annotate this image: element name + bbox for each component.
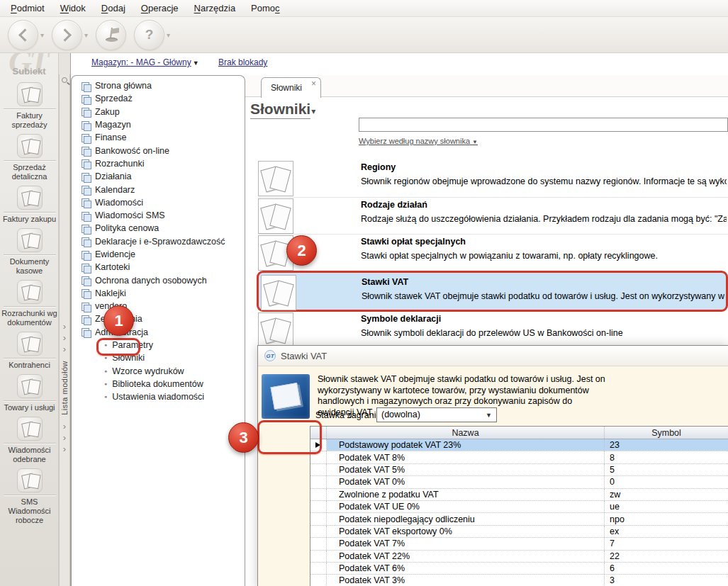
tab-slowniki[interactable]: Słowniki × xyxy=(261,77,321,98)
dictionary-item[interactable]: Symbole deklaracji Słownik symboli dekla… xyxy=(258,312,728,349)
module-item[interactable]: Faktury zakupu xyxy=(0,184,59,224)
forward-arrow-icon xyxy=(59,28,72,41)
catalogs-icon xyxy=(81,263,91,272)
module-item[interactable]: Dokumenty kasowe xyxy=(0,226,59,276)
menu-item[interactable]: Operacje xyxy=(133,1,186,16)
module-separator xyxy=(4,400,56,402)
gt-logo-icon: GT xyxy=(264,350,276,361)
tree-item[interactable]: vendero xyxy=(72,300,245,312)
menu-item[interactable]: Podmiot xyxy=(3,1,52,16)
table-row[interactable]: Podatek VAT 5% 5 xyxy=(310,464,728,476)
page-title[interactable]: Słowniki xyxy=(250,101,310,119)
table-row[interactable]: Podatek VAT 8% 8 xyxy=(310,451,728,463)
lock-status-link[interactable]: Brak blokady xyxy=(218,57,267,67)
chevron-right-icon[interactable]: › xyxy=(63,421,66,432)
table-row[interactable]: Podatek VAT UE 0% ue xyxy=(310,501,728,513)
app-name-label: Subiekt xyxy=(0,66,58,77)
module-item[interactable]: Towary i usługi xyxy=(0,372,59,412)
table-row[interactable]: Podatek VAT 22% 22 xyxy=(310,551,728,563)
tree-item[interactable]: Magazyn xyxy=(72,118,245,131)
tree-item[interactable]: Rozrachunki xyxy=(72,157,245,170)
retail-sales-icon xyxy=(17,134,43,158)
pin-panel-icon[interactable] xyxy=(62,77,67,83)
tree-item[interactable]: Ewidencje xyxy=(72,248,245,261)
modules-sidebar: GT Subiekt Faktury sprzedaży Sprzedaż de… xyxy=(0,53,59,586)
module-item[interactable]: SMS Wiadomości robocze xyxy=(0,466,59,525)
tree-item[interactable]: Działania xyxy=(72,170,245,183)
dictionary-item[interactable]: Regiony Słownik regionów obejmuje wprowa… xyxy=(258,160,728,197)
menu-item[interactable]: Pomoc xyxy=(243,1,287,16)
chevron-down-icon[interactable]: ▾ xyxy=(40,31,44,39)
chevron-down-icon[interactable]: ▾ xyxy=(84,31,88,39)
title-dropdown-caret-icon[interactable]: ▾ xyxy=(311,106,315,116)
tree-item[interactable]: Ochrona danych osobowych xyxy=(72,274,245,286)
table-row[interactable]: Podatek niepodlegający odliczeniu npo xyxy=(310,513,728,525)
table-row[interactable]: Podatek VAT 6% 6 xyxy=(310,563,728,575)
module-separator xyxy=(4,443,56,444)
menu-item[interactable]: Widok xyxy=(52,1,94,16)
tree-item[interactable]: Kalendarz xyxy=(72,183,245,196)
tree-item[interactable]: Polityka cenowa xyxy=(72,222,245,235)
foreign-rate-select[interactable]: (dowolna) ▼ xyxy=(376,407,497,422)
tree-item[interactable]: Ustawienia wiadomości xyxy=(72,390,245,403)
table-row[interactable]: Zwolnione z podatku VAT zw xyxy=(310,489,728,501)
navigate-back-button[interactable] xyxy=(8,20,38,50)
filter-by-name-link[interactable]: Wybierz według nazwy słownika ▼ xyxy=(359,137,478,145)
table-row[interactable]: Podatek VAT 3% 3 xyxy=(310,575,728,586)
tree-item[interactable]: Bankowość on-line xyxy=(72,144,245,157)
tree-item[interactable]: Zakup xyxy=(72,106,245,118)
tree-item[interactable]: Finanse xyxy=(72,131,245,144)
tree-item[interactable]: Deklaracje i e-Sprawozdawczość xyxy=(72,235,245,248)
module-list-strip[interactable]: › › › Lista modułów › › › xyxy=(59,74,70,586)
module-item[interactable]: Rozrachunki wg dokumentów xyxy=(0,278,59,327)
navigate-forward-button[interactable] xyxy=(52,20,82,50)
help-button[interactable]: ? xyxy=(134,20,164,50)
chevron-right-icon[interactable]: › xyxy=(63,321,66,332)
dictionary-item[interactable]: Stawki opłat specjalnych Stawki opłat sp… xyxy=(258,234,728,271)
flag-button[interactable] xyxy=(96,20,126,50)
module-item[interactable]: Faktury sprzedaży xyxy=(0,80,59,130)
table-row[interactable]: Podstawowy podatek VAT 23% 23 xyxy=(310,439,728,451)
tree-item[interactable]: Wiadomości xyxy=(72,196,245,209)
tree-item[interactable]: Wiadomości SMS xyxy=(72,209,245,222)
dictionary-search-input[interactable] xyxy=(359,118,728,132)
vat-dictionary-icon xyxy=(262,374,310,419)
module-separator xyxy=(4,160,56,162)
column-header-nazwa[interactable]: Nazwa xyxy=(327,427,605,439)
module-item[interactable]: Kontrahenci xyxy=(0,329,59,370)
tree-item[interactable]: Zestawienia xyxy=(72,312,245,325)
tree-item[interactable]: Wzorce wydruków xyxy=(72,365,245,378)
menu-bar: PodmiotWidokDodajOperacjeNarzędziaPomoc xyxy=(0,0,728,17)
table-row[interactable]: Podatek VAT eksportowy 0% ex xyxy=(310,526,728,538)
tree-item[interactable]: Kartoteki xyxy=(72,261,245,274)
row-marker-cell xyxy=(310,526,327,537)
table-row[interactable]: Podatek VAT 0% 0 xyxy=(310,476,728,488)
chevron-right-icon[interactable]: › xyxy=(63,344,66,355)
reports-icon xyxy=(81,315,91,324)
tree-item[interactable]: Administracja xyxy=(72,326,245,339)
vat-rates-table: Nazwa Symbol Podstawowy podatek VAT 23% … xyxy=(310,426,728,586)
help-icon: ? xyxy=(145,27,154,43)
chevron-right-icon[interactable]: › xyxy=(63,432,66,444)
tree-item[interactable]: Biblioteka dokumentów xyxy=(72,378,245,390)
tree-item[interactable]: Naklejki xyxy=(72,287,245,300)
chevron-down-icon[interactable]: ▾ xyxy=(167,31,170,39)
row-marker-cell xyxy=(310,476,327,488)
column-header-symbol[interactable]: Symbol xyxy=(605,427,728,439)
module-item[interactable]: Sprzedaż detaliczna xyxy=(0,132,59,181)
menu-item[interactable]: Narzędzia xyxy=(186,1,244,16)
chevron-right-icon[interactable]: › xyxy=(63,332,66,344)
dialog-title-bar[interactable]: GT Stawki VAT xyxy=(258,346,728,366)
chevron-right-icon[interactable]: › xyxy=(63,444,66,455)
sms-icon xyxy=(81,211,91,220)
magazyn-selector-link[interactable]: Magazyn: - MAG - Główny▼ xyxy=(91,57,199,67)
dictionary-item[interactable]: Rodzaje działań Rodzaje służą do uszczeg… xyxy=(258,197,728,234)
dictionary-item[interactable]: Stawki VAT Słownik stawek VAT obejmuje s… xyxy=(257,271,728,312)
menu-item[interactable]: Dodaj xyxy=(94,1,133,16)
tree-item[interactable]: Strona główna xyxy=(72,79,245,92)
tab-close-icon[interactable]: × xyxy=(311,79,316,89)
labels-icon xyxy=(81,288,91,298)
table-row[interactable]: Podatek VAT 7% 7 xyxy=(310,538,728,550)
module-item[interactable]: Wiadomości odebrane xyxy=(0,415,59,464)
tree-item[interactable]: Sprzedaż xyxy=(72,92,245,105)
